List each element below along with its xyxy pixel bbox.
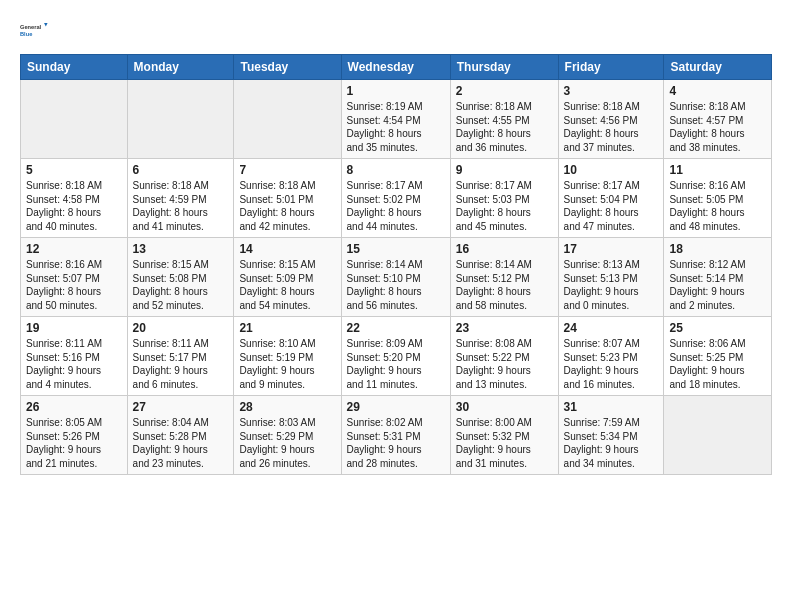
calendar-cell: 19Sunrise: 8:11 AM Sunset: 5:16 PM Dayli…: [21, 317, 128, 396]
weekday-header-row: SundayMondayTuesdayWednesdayThursdayFrid…: [21, 55, 772, 80]
day-info: Sunrise: 8:03 AM Sunset: 5:29 PM Dayligh…: [239, 416, 335, 470]
calendar-cell: 1Sunrise: 8:19 AM Sunset: 4:54 PM Daylig…: [341, 80, 450, 159]
calendar-cell: 24Sunrise: 8:07 AM Sunset: 5:23 PM Dayli…: [558, 317, 664, 396]
day-info: Sunrise: 8:11 AM Sunset: 5:16 PM Dayligh…: [26, 337, 122, 391]
calendar-page: GeneralBlue SundayMondayTuesdayWednesday…: [0, 0, 792, 612]
day-number: 5: [26, 163, 122, 177]
day-number: 15: [347, 242, 445, 256]
day-info: Sunrise: 8:06 AM Sunset: 5:25 PM Dayligh…: [669, 337, 766, 391]
day-number: 10: [564, 163, 659, 177]
day-info: Sunrise: 8:16 AM Sunset: 5:05 PM Dayligh…: [669, 179, 766, 233]
day-number: 29: [347, 400, 445, 414]
day-info: Sunrise: 8:18 AM Sunset: 4:56 PM Dayligh…: [564, 100, 659, 154]
day-info: Sunrise: 8:12 AM Sunset: 5:14 PM Dayligh…: [669, 258, 766, 312]
day-info: Sunrise: 8:02 AM Sunset: 5:31 PM Dayligh…: [347, 416, 445, 470]
day-number: 2: [456, 84, 553, 98]
calendar-cell: 6Sunrise: 8:18 AM Sunset: 4:59 PM Daylig…: [127, 159, 234, 238]
day-number: 27: [133, 400, 229, 414]
day-info: Sunrise: 8:18 AM Sunset: 4:57 PM Dayligh…: [669, 100, 766, 154]
calendar-cell: 20Sunrise: 8:11 AM Sunset: 5:17 PM Dayli…: [127, 317, 234, 396]
day-number: 30: [456, 400, 553, 414]
calendar-cell: [234, 80, 341, 159]
calendar-week-row: 1Sunrise: 8:19 AM Sunset: 4:54 PM Daylig…: [21, 80, 772, 159]
calendar-cell: 30Sunrise: 8:00 AM Sunset: 5:32 PM Dayli…: [450, 396, 558, 475]
day-info: Sunrise: 8:00 AM Sunset: 5:32 PM Dayligh…: [456, 416, 553, 470]
calendar-cell: 22Sunrise: 8:09 AM Sunset: 5:20 PM Dayli…: [341, 317, 450, 396]
day-number: 12: [26, 242, 122, 256]
calendar-cell: 31Sunrise: 7:59 AM Sunset: 5:34 PM Dayli…: [558, 396, 664, 475]
calendar-cell: 2Sunrise: 8:18 AM Sunset: 4:55 PM Daylig…: [450, 80, 558, 159]
day-info: Sunrise: 8:18 AM Sunset: 5:01 PM Dayligh…: [239, 179, 335, 233]
day-number: 23: [456, 321, 553, 335]
calendar-cell: 12Sunrise: 8:16 AM Sunset: 5:07 PM Dayli…: [21, 238, 128, 317]
day-number: 24: [564, 321, 659, 335]
weekday-header-saturday: Saturday: [664, 55, 772, 80]
day-number: 17: [564, 242, 659, 256]
weekday-header-sunday: Sunday: [21, 55, 128, 80]
calendar-cell: 25Sunrise: 8:06 AM Sunset: 5:25 PM Dayli…: [664, 317, 772, 396]
day-info: Sunrise: 8:14 AM Sunset: 5:10 PM Dayligh…: [347, 258, 445, 312]
weekday-header-friday: Friday: [558, 55, 664, 80]
calendar-cell: [664, 396, 772, 475]
day-info: Sunrise: 8:07 AM Sunset: 5:23 PM Dayligh…: [564, 337, 659, 391]
day-info: Sunrise: 8:14 AM Sunset: 5:12 PM Dayligh…: [456, 258, 553, 312]
day-info: Sunrise: 8:04 AM Sunset: 5:28 PM Dayligh…: [133, 416, 229, 470]
day-number: 31: [564, 400, 659, 414]
day-info: Sunrise: 8:15 AM Sunset: 5:08 PM Dayligh…: [133, 258, 229, 312]
weekday-header-wednesday: Wednesday: [341, 55, 450, 80]
calendar-cell: 15Sunrise: 8:14 AM Sunset: 5:10 PM Dayli…: [341, 238, 450, 317]
calendar-cell: 23Sunrise: 8:08 AM Sunset: 5:22 PM Dayli…: [450, 317, 558, 396]
day-info: Sunrise: 7:59 AM Sunset: 5:34 PM Dayligh…: [564, 416, 659, 470]
day-number: 26: [26, 400, 122, 414]
weekday-header-monday: Monday: [127, 55, 234, 80]
day-number: 21: [239, 321, 335, 335]
calendar-week-row: 19Sunrise: 8:11 AM Sunset: 5:16 PM Dayli…: [21, 317, 772, 396]
day-number: 4: [669, 84, 766, 98]
calendar-week-row: 12Sunrise: 8:16 AM Sunset: 5:07 PM Dayli…: [21, 238, 772, 317]
day-info: Sunrise: 8:09 AM Sunset: 5:20 PM Dayligh…: [347, 337, 445, 391]
calendar-cell: 17Sunrise: 8:13 AM Sunset: 5:13 PM Dayli…: [558, 238, 664, 317]
calendar-cell: 16Sunrise: 8:14 AM Sunset: 5:12 PM Dayli…: [450, 238, 558, 317]
weekday-header-tuesday: Tuesday: [234, 55, 341, 80]
day-number: 14: [239, 242, 335, 256]
day-info: Sunrise: 8:08 AM Sunset: 5:22 PM Dayligh…: [456, 337, 553, 391]
day-info: Sunrise: 8:17 AM Sunset: 5:02 PM Dayligh…: [347, 179, 445, 233]
page-header: GeneralBlue: [20, 16, 772, 44]
calendar-cell: 29Sunrise: 8:02 AM Sunset: 5:31 PM Dayli…: [341, 396, 450, 475]
day-info: Sunrise: 8:10 AM Sunset: 5:19 PM Dayligh…: [239, 337, 335, 391]
day-number: 20: [133, 321, 229, 335]
day-info: Sunrise: 8:17 AM Sunset: 5:03 PM Dayligh…: [456, 179, 553, 233]
calendar-cell: 10Sunrise: 8:17 AM Sunset: 5:04 PM Dayli…: [558, 159, 664, 238]
calendar-table: SundayMondayTuesdayWednesdayThursdayFrid…: [20, 54, 772, 475]
day-info: Sunrise: 8:19 AM Sunset: 4:54 PM Dayligh…: [347, 100, 445, 154]
day-info: Sunrise: 8:11 AM Sunset: 5:17 PM Dayligh…: [133, 337, 229, 391]
calendar-cell: 27Sunrise: 8:04 AM Sunset: 5:28 PM Dayli…: [127, 396, 234, 475]
day-info: Sunrise: 8:18 AM Sunset: 4:59 PM Dayligh…: [133, 179, 229, 233]
day-number: 18: [669, 242, 766, 256]
calendar-cell: [21, 80, 128, 159]
calendar-cell: 11Sunrise: 8:16 AM Sunset: 5:05 PM Dayli…: [664, 159, 772, 238]
day-number: 9: [456, 163, 553, 177]
day-number: 6: [133, 163, 229, 177]
day-info: Sunrise: 8:18 AM Sunset: 4:55 PM Dayligh…: [456, 100, 553, 154]
day-number: 7: [239, 163, 335, 177]
calendar-cell: 21Sunrise: 8:10 AM Sunset: 5:19 PM Dayli…: [234, 317, 341, 396]
calendar-cell: 26Sunrise: 8:05 AM Sunset: 5:26 PM Dayli…: [21, 396, 128, 475]
calendar-week-row: 26Sunrise: 8:05 AM Sunset: 5:26 PM Dayli…: [21, 396, 772, 475]
day-number: 3: [564, 84, 659, 98]
day-number: 16: [456, 242, 553, 256]
calendar-cell: 5Sunrise: 8:18 AM Sunset: 4:58 PM Daylig…: [21, 159, 128, 238]
calendar-cell: 4Sunrise: 8:18 AM Sunset: 4:57 PM Daylig…: [664, 80, 772, 159]
day-info: Sunrise: 8:16 AM Sunset: 5:07 PM Dayligh…: [26, 258, 122, 312]
calendar-cell: 3Sunrise: 8:18 AM Sunset: 4:56 PM Daylig…: [558, 80, 664, 159]
day-info: Sunrise: 8:15 AM Sunset: 5:09 PM Dayligh…: [239, 258, 335, 312]
day-info: Sunrise: 8:18 AM Sunset: 4:58 PM Dayligh…: [26, 179, 122, 233]
calendar-cell: [127, 80, 234, 159]
day-number: 11: [669, 163, 766, 177]
calendar-cell: 8Sunrise: 8:17 AM Sunset: 5:02 PM Daylig…: [341, 159, 450, 238]
logo: GeneralBlue: [20, 16, 48, 44]
svg-marker-2: [44, 23, 48, 27]
day-info: Sunrise: 8:13 AM Sunset: 5:13 PM Dayligh…: [564, 258, 659, 312]
calendar-cell: 14Sunrise: 8:15 AM Sunset: 5:09 PM Dayli…: [234, 238, 341, 317]
calendar-cell: 28Sunrise: 8:03 AM Sunset: 5:29 PM Dayli…: [234, 396, 341, 475]
